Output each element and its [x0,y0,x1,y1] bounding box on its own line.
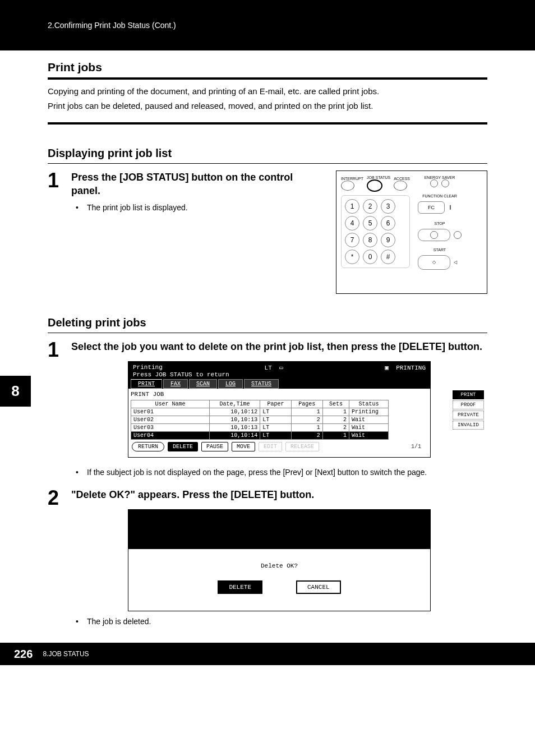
energy-icon [430,179,438,187]
edit-button[interactable]: EDIT [259,442,282,451]
label-start: START [418,248,462,252]
page-number: 226 [14,648,33,661]
label-interrupt: INTERRUPT [341,177,363,181]
confirm-delete-screen: Delete OK? DELETE CANCEL [128,509,431,611]
rule [48,333,487,333]
step-text: Press the [JOB STATUS] button on the con… [71,170,325,198]
table-row[interactable]: User02 10,10:13 LT 2 2 Wait [131,416,389,423]
rule [48,77,487,80]
key-4[interactable]: 4 [345,216,359,231]
key-8[interactable]: 8 [363,233,377,247]
job-status-button[interactable] [367,179,382,192]
start-icon: ◁ [454,260,457,265]
side-private-button[interactable]: PRIVATE [453,411,484,420]
header-bar: 2.Confirming Print Job Status (Cont.) [0,0,535,50]
numeric-keypad: 1 2 3 4 5 6 7 8 9 * 0 # [341,195,410,268]
bullet-icon: • [71,468,87,477]
tab-scan[interactable]: SCAN [189,379,217,389]
confirm-prompt: Delete OK? [128,563,430,569]
bullet-text: The job is deleted. [87,617,151,626]
label-stop: STOP [418,222,462,225]
col-datetime: Date,Time [210,400,260,408]
subsection-deleting: Deleting print jobs [48,316,487,329]
col-paper: Paper [260,400,292,408]
key-9[interactable]: 9 [381,233,395,247]
section-print-jobs-title: Print jobs [48,61,487,74]
step-number: 1 [48,170,71,191]
key-5[interactable]: 5 [363,216,377,231]
col-sets: Sets [322,400,349,408]
step-text: Select the job you want to delete on the… [71,340,487,353]
step-number: 1 [48,340,71,360]
key-0[interactable]: 0 [363,250,377,264]
interrupt-button[interactable] [341,181,354,191]
move-button[interactable]: MOVE [232,442,255,451]
tab-fax[interactable]: FAX [163,379,188,389]
para-2: Print jobs can be deleted, paused and re… [48,100,487,112]
chapter-tab: 8 [0,376,31,407]
confirm-cancel-button[interactable]: CANCEL [296,580,341,594]
rule [48,163,487,164]
key-6[interactable]: 6 [381,216,395,231]
table-row-selected[interactable]: User04 10,10:14 LT 2 1 Wait [131,431,389,439]
key-hash[interactable]: # [381,250,395,264]
pause-button[interactable]: PAUSE [201,442,228,451]
side-print-button[interactable]: PRINT [453,390,484,399]
screen-status: PRINTING [396,365,426,371]
footer: 226 8.JOB STATUS [0,643,535,665]
footer-chapter: 8.JOB STATUS [43,650,89,658]
stop-icon [430,231,438,239]
screen-subheader: PRINT JOB [131,391,428,398]
label-job-status: JOB STATUS [367,176,390,179]
key-1[interactable]: 1 [345,199,359,214]
clear-icon: ∥ [449,205,451,210]
confirm-delete-button[interactable]: DELETE [218,580,262,594]
key-2[interactable]: 2 [363,199,377,214]
bullet-text: The print job list is displayed. [87,203,188,212]
side-invalid-button[interactable]: INVALID [453,421,484,430]
help-icon [441,179,449,187]
key-star[interactable]: * [345,250,359,264]
para-1: Copying and printing of the document, an… [48,85,487,98]
control-panel-diagram: INTERRUPT JOB STATUS ACCESS [336,170,487,294]
bullet-text: If the subject job is not displayed on t… [87,468,427,477]
print-job-table: User Name Date,Time Paper Pages Sets Sta… [131,400,389,440]
rule [48,122,487,125]
side-proof-button[interactable]: PROOF [453,400,484,409]
label-energy-saver: ENERGY SAVER [418,176,462,179]
access-button[interactable] [394,181,407,191]
key-7[interactable]: 7 [345,233,359,247]
table-row[interactable]: User01 10,10:12 LT 1 1 Printing [131,408,389,416]
tab-print[interactable]: PRINT [131,379,162,389]
screen-title: Printing [133,364,163,371]
screen-hint: Press JOB STATUS to return [133,371,426,378]
tab-log[interactable]: LOG [218,379,243,389]
release-button[interactable]: RELEASE [285,442,319,451]
page-indicator: 1/1 [411,444,421,450]
fc-button[interactable]: FC [418,201,445,214]
label-function-clear: FUNCTION CLEAR [418,194,462,198]
col-user: User Name [131,400,210,408]
step-number: 2 [48,488,71,508]
table-row[interactable]: User03 10,10:13 LT 1 2 Wait [131,423,389,431]
bullet-icon: • [71,203,87,212]
delete-button[interactable]: DELETE [168,442,198,451]
tab-status[interactable]: STATUS [244,379,279,389]
step-text: "Delete OK?" appears. Press the [DELETE]… [71,488,487,501]
subsection-display-list: Displaying print job list [48,147,487,160]
indicator-icon [454,231,462,239]
return-button[interactable]: RETURN [132,442,164,451]
screen-paper: LT [265,365,272,371]
print-job-list-screen: Printing LT ▭ ▣ PRINTING Press JOB STATU… [128,361,431,458]
key-3[interactable]: 3 [381,199,395,214]
label-access: ACCESS [394,177,410,181]
stop-button[interactable] [418,229,450,241]
col-status: Status [349,400,389,408]
start-button[interactable]: ◇ [418,255,450,270]
breadcrumb: 2.Confirming Print Job Status (Cont.) [48,21,176,30]
col-pages: Pages [291,400,322,408]
bullet-icon: • [71,617,87,626]
